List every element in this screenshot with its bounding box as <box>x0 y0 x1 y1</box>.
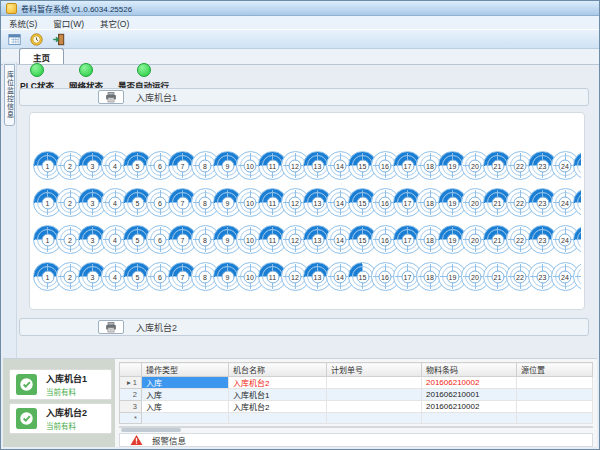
printer-icon <box>105 322 117 333</box>
scrollbar-thumb[interactable] <box>121 428 181 432</box>
machine1-panel-header: 入库机台1 <box>19 88 589 106</box>
cell-machine-name[interactable]: 入库机台2 <box>229 377 327 389</box>
table-row[interactable]: 2入库入库机台1201606210001 <box>120 389 593 401</box>
task-table-body: ▸ 1入库入库机台22016062100022入库入库机台12016062100… <box>120 377 593 424</box>
cell-machine-name[interactable] <box>229 413 327 424</box>
cell-source-location[interactable] <box>517 413 593 424</box>
main-content: 库位监控信息 PLC状态 网络状态 是否自动运行 <box>3 62 597 447</box>
table-row[interactable]: ▸ 1入库入库机台2201606210002 <box>120 377 593 389</box>
tool-bar <box>1 29 599 49</box>
cell-plan-number[interactable] <box>327 377 422 389</box>
indicator-network: 网络状态 <box>69 63 103 91</box>
card-machine2-status: 当前有料 <box>46 420 87 431</box>
col-machine-name[interactable]: 机台名称 <box>229 363 327 377</box>
card-text: 入库机台2 当前有料 <box>46 406 87 431</box>
indicator-autorun: 是否自动运行 <box>118 63 169 91</box>
cell-material-barcode[interactable] <box>422 413 517 424</box>
cell-operation-type[interactable] <box>142 413 229 424</box>
card-machine2-title: 入库机台2 <box>46 406 87 419</box>
slot-grid: 1234567891011121314151617181920212223242… <box>29 112 585 310</box>
menu-item-system[interactable]: 系统(S) <box>9 17 37 29</box>
col-source-location[interactable]: 源位置 <box>517 363 593 377</box>
machine1-title: 入库机台1 <box>136 91 177 104</box>
cell-material-barcode[interactable]: 201606210002 <box>422 401 517 413</box>
cell-plan-number[interactable] <box>327 413 422 424</box>
printer-icon <box>105 92 117 103</box>
exit-icon <box>52 33 65 46</box>
print-button-machine1[interactable] <box>98 90 124 104</box>
network-status-lamp <box>79 63 93 77</box>
calendar-icon <box>8 33 21 46</box>
cell-source-location[interactable] <box>517 401 593 413</box>
task-table: 操作类型 机台名称 计划单号 物料条码 源位置 ▸ 1入库入库机台2201606… <box>119 362 593 424</box>
clock-icon <box>30 33 43 46</box>
indicator-plc: PLC状态 <box>20 63 54 91</box>
cell-plan-number[interactable] <box>327 401 422 413</box>
print-button-machine2[interactable] <box>98 320 124 334</box>
slot-row: 1234567891011121314151617181920212223242… <box>33 225 581 254</box>
menu-bar: 系统(S) 窗口(W) 其它(O) <box>1 16 599 29</box>
cell-material-barcode[interactable]: 201606210001 <box>422 389 517 401</box>
check-icon <box>16 374 37 395</box>
alert-label: 报警信息 <box>152 434 186 446</box>
row-selector[interactable]: 2 <box>120 389 142 401</box>
slot-row: 1234567891011121314151617181920212223242… <box>33 151 581 180</box>
table-header-row: 操作类型 机台名称 计划单号 物料条码 源位置 <box>120 363 593 377</box>
machine2-title: 入库机台2 <box>136 321 177 334</box>
machine2-panel-header: 入库机台2 <box>19 318 589 336</box>
autorun-status-lamp <box>137 63 151 77</box>
col-material-barcode[interactable]: 物料条码 <box>422 363 517 377</box>
col-operation-type[interactable]: 操作类型 <box>142 363 229 377</box>
plc-status-lamp <box>30 63 44 77</box>
col-plan-number[interactable]: 计划单号 <box>327 363 422 377</box>
menu-item-other[interactable]: 其它(O) <box>100 17 129 29</box>
card-text: 入库机台1 当前有料 <box>46 372 87 397</box>
cell-operation-type[interactable]: 入库 <box>142 401 229 413</box>
cell-source-location[interactable] <box>517 389 593 401</box>
machine1-status-card[interactable]: 入库机台1 当前有料 <box>9 369 112 400</box>
task-table-panel: 操作类型 机台名称 计划单号 物料条码 源位置 ▸ 1入库入库机台2201606… <box>115 359 597 447</box>
clock-button[interactable] <box>27 31 45 47</box>
status-indicator-row: PLC状态 网络状态 是否自动运行 <box>20 63 169 91</box>
cell-operation-type[interactable]: 入库 <box>142 377 229 389</box>
tab-home-label: 主页 <box>33 51 50 63</box>
warning-icon <box>130 434 143 446</box>
table-row[interactable]: * <box>120 413 593 424</box>
side-tab-monitor[interactable]: 库位监控信息 <box>4 64 15 126</box>
menu-item-window[interactable]: 窗口(W) <box>53 17 84 29</box>
cell-plan-number[interactable] <box>327 389 422 401</box>
row-selector[interactable]: ▸ 1 <box>120 377 142 389</box>
cell-machine-name[interactable]: 入库机台2 <box>229 401 327 413</box>
cell-material-barcode[interactable]: 201606210002 <box>422 377 517 389</box>
exit-button[interactable] <box>49 31 67 47</box>
machine-status-cards: 入库机台1 当前有料 入库机台2 当前有料 <box>3 359 115 447</box>
calendar-button[interactable] <box>5 31 23 47</box>
check-icon <box>16 408 37 429</box>
side-panel-strip: 库位监控信息 <box>3 62 17 358</box>
table-scrollbar[interactable] <box>119 426 593 428</box>
row-selector[interactable]: * <box>120 413 142 424</box>
table-row[interactable]: 3入库入库机台2201606210002 <box>120 401 593 413</box>
cell-operation-type[interactable]: 入库 <box>142 389 229 401</box>
row-selector-header <box>120 363 142 377</box>
slot-row: 1234567891011121314151617181920212223242… <box>33 262 581 291</box>
cell-source-location[interactable] <box>517 377 593 389</box>
slot-row: 1234567891011121314151617181920212223242… <box>33 188 581 217</box>
cell-machine-name[interactable]: 入库机台1 <box>229 389 327 401</box>
window-title: 卷料暂存系统 V1.0.6034.25526 <box>21 3 132 14</box>
row-selector[interactable]: 3 <box>120 401 142 413</box>
title-bar[interactable]: 卷料暂存系统 V1.0.6034.25526 <box>1 1 599 16</box>
card-machine1-status: 当前有料 <box>46 386 87 397</box>
bottom-section: 入库机台1 当前有料 入库机台2 当前有料 <box>3 358 597 447</box>
machine2-status-card[interactable]: 入库机台2 当前有料 <box>9 403 112 434</box>
app-icon <box>6 3 17 14</box>
app-window: 卷料暂存系统 V1.0.6034.25526 系统(S) 窗口(W) 其它(O) <box>0 0 600 450</box>
card-machine1-title: 入库机台1 <box>46 372 87 385</box>
alert-bar: 报警信息 <box>119 433 593 447</box>
